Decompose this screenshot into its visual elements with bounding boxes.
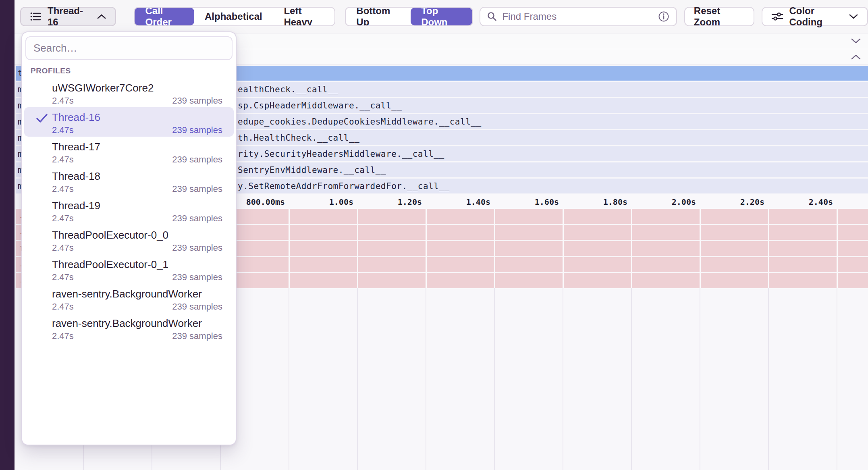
profile-option-threadpoolexecutor-0-0[interactable]: ThreadPoolExecutor-0_0 2.47s 239 samples [24,225,234,254]
profile-duration: 2.47s [52,271,74,283]
flamegraph-toolbar: Thread-16 Call Order Alphabetical Left H… [15,0,868,33]
direction-bottom-up[interactable]: Bottom Up [346,8,411,25]
frame-label: SentryEnvMiddleware.__call__ [238,165,386,175]
profile-samples: 239 samples [172,301,222,313]
profile-option-threadpoolexecutor-0-1[interactable]: ThreadPoolExecutor-0_1 2.47s 239 samples [24,254,234,284]
profile-option-thread-17[interactable]: Thread-17 2.47s 239 samples [24,137,234,166]
color-coding-label: Color Coding [789,5,843,28]
profile-name: uWSGIWorker7Core2 [52,81,222,95]
direction-top-down[interactable]: Top Down [411,8,472,25]
profile-duration: 2.47s [52,124,74,136]
frame-label: edupe_cookies.DedupeCookiesMiddleware.__… [238,117,482,127]
gridline [631,209,632,288]
profile-option-thread-16[interactable]: Thread-16 2.47s 239 samples [24,107,234,137]
thread-selector-dropdown: PROFILES uWSGIWorker7Core2 2.47s 239 sam… [21,31,237,445]
profile-name: Thread-17 [52,140,222,154]
axis-tick: 1.20s [398,197,422,207]
find-frames-input[interactable] [502,11,657,22]
gridline [563,209,564,288]
profile-samples: 239 samples [172,95,222,107]
profiles-list: uWSGIWorker7Core2 2.47s 239 samples Thre… [22,78,236,343]
profile-samples: 239 samples [172,330,222,342]
profile-duration: 2.47s [52,212,74,225]
gridline [494,209,495,288]
axis-tick: 2.00s [672,197,696,207]
axis-tick: 1.40s [466,197,490,207]
left-rail [0,0,15,470]
gridline [837,209,838,288]
profile-name: Thread-18 [52,169,222,183]
gridline [426,209,427,288]
frame-label: ealthCheck.__call__ [238,85,338,94]
list-icon [30,11,42,22]
expand-section-chevron-down-icon[interactable] [850,37,862,45]
color-coding-button[interactable]: Color Coding [762,7,868,26]
chevron-up-icon [97,14,106,19]
direction-segmented-control: Bottom Up Top Down [345,7,473,26]
dropdown-search-input[interactable] [25,36,233,60]
thread-selector-label: Thread-16 [48,5,87,28]
axis-tick: 2.20s [740,197,764,207]
profiling-flamegraph-view: Thread-16 Call Order Alphabetical Left H… [0,0,868,470]
find-frames-search[interactable] [480,7,677,26]
profile-option-thread-18[interactable]: Thread-18 2.47s 239 samples [24,166,234,195]
gridline [357,209,358,288]
profile-samples: 239 samples [172,183,222,195]
profile-option-thread-19[interactable]: Thread-19 2.47s 239 samples [24,195,234,225]
frame-label: th.HealthCheck.__call__ [238,133,359,143]
profile-duration: 2.47s [52,330,74,342]
reset-zoom-label: Reset Zoom [694,5,745,28]
checkmark-icon [35,113,48,123]
gridline [700,209,701,288]
frame-label: rity.SecurityHeadersMiddleware.__call__ [238,149,444,159]
profile-name: Thread-19 [52,199,222,212]
profile-samples: 239 samples [172,154,222,166]
thread-selector-button[interactable]: Thread-16 [20,7,116,26]
axis-tick: 1.00s [329,197,353,207]
profile-name: ThreadPoolExecutor-0_0 [52,228,222,242]
profile-name: ThreadPoolExecutor-0_1 [52,258,222,271]
axis-tick: 800.00ms [246,197,285,207]
search-icon [487,11,497,22]
info-icon[interactable] [658,10,670,23]
profile-name: Thread-16 [52,110,222,124]
reset-zoom-button[interactable]: Reset Zoom [684,7,755,26]
profile-duration: 2.47s [52,242,74,254]
profile-samples: 239 samples [172,212,222,225]
profile-samples: 239 samples [172,124,222,136]
profile-name: raven-sentry.BackgroundWorker [52,287,222,301]
gridline [289,209,290,288]
profile-duration: 2.47s [52,301,74,313]
axis-tick: 2.40s [809,197,833,207]
sort-mode-segmented-control: Call Order Alphabetical Left Heavy [134,7,335,26]
sort-alphabetical[interactable]: Alphabetical [194,8,273,25]
profile-samples: 239 samples [172,242,222,254]
profile-name: raven-sentry.BackgroundWorker [52,316,222,330]
profile-option-raven-sentry-backgroundworker-2[interactable]: raven-sentry.BackgroundWorker 2.47s 239 … [24,313,234,343]
axis-tick: 1.60s [535,197,559,207]
sort-call-order[interactable]: Call Order [135,8,194,25]
sort-left-heavy[interactable]: Left Heavy [273,8,334,25]
frame-label: y.SetRemoteAddrFromForwardedFor.__call__ [238,181,450,191]
axis-tick: 1.80s [603,197,627,207]
profile-option-uwsgiworker7core2[interactable]: uWSGIWorker7Core2 2.47s 239 samples [24,78,234,107]
profile-duration: 2.47s [52,95,74,107]
frame-label: sp.CspHeaderMiddleware.__call__ [238,101,402,110]
profile-duration: 2.47s [52,154,74,166]
profile-duration: 2.47s [52,183,74,195]
collapse-section-chevron-up-icon[interactable] [850,53,862,60]
profiles-section-label: PROFILES [31,67,236,75]
profile-option-raven-sentry-backgroundworker-1[interactable]: raven-sentry.BackgroundWorker 2.47s 239 … [24,284,234,313]
gridline [768,209,769,288]
profile-samples: 239 samples [172,271,222,283]
chevron-down-icon [849,14,858,19]
sliders-icon [771,12,783,21]
